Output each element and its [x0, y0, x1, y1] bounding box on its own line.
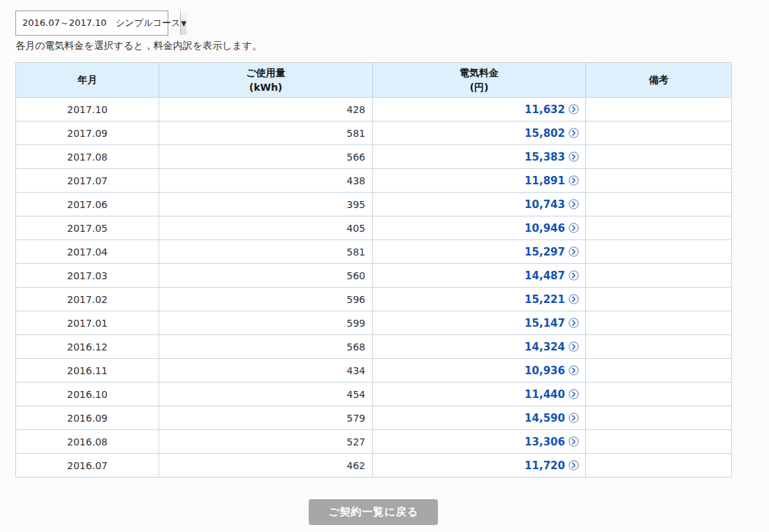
charge-link[interactable]: 11,440	[525, 388, 579, 401]
month-cell: 2016.09	[16, 406, 159, 430]
table-row: 2017.01 599 15,147	[16, 311, 732, 335]
circle-arrow-icon	[569, 318, 579, 328]
charge-link[interactable]: 11,891	[525, 175, 579, 187]
month-cell: 2016.08	[16, 430, 159, 454]
month-cell: 2016.10	[16, 383, 159, 406]
table-row: 2017.07 438 11,891	[16, 169, 732, 193]
charge-link[interactable]: 15,383	[525, 151, 579, 163]
table-row: 2017.08 566 15,383	[16, 145, 732, 169]
month-cell: 2017.09	[16, 121, 159, 145]
charge-link[interactable]: 10,946	[525, 222, 579, 235]
billing-page: 2016.07～2017.10 シンプルコース ▼ 各月の電気料金を選択すると，…	[0, 0, 716, 525]
charge-link[interactable]: 15,221	[525, 293, 579, 306]
month-cell: 2017.02	[16, 288, 159, 311]
month-cell: 2017.01	[16, 311, 159, 335]
remarks-cell	[586, 335, 732, 359]
usage-cell: 596	[159, 288, 373, 311]
charge-cell: 14,324	[373, 335, 586, 359]
charge-link[interactable]: 14,590	[525, 412, 579, 424]
charge-cell: 11,720	[373, 454, 586, 478]
charge-cell: 15,383	[373, 145, 586, 169]
circle-arrow-icon	[569, 246, 579, 257]
period-select[interactable]: 2016.07～2017.10 シンプルコース ▼	[15, 10, 168, 36]
charge-link[interactable]: 15,297	[525, 246, 579, 258]
chevron-down-icon[interactable]: ▼	[180, 11, 186, 35]
charge-cell: 14,590	[373, 406, 586, 430]
circle-arrow-icon	[569, 341, 579, 352]
charge-amount: 14,590	[525, 412, 565, 424]
remarks-cell	[586, 359, 732, 383]
charge-amount: 14,324	[525, 341, 565, 353]
month-cell: 2016.11	[16, 359, 159, 383]
usage-cell: 454	[159, 383, 373, 406]
table-row: 2017.09 581 15,802	[16, 121, 732, 145]
charge-link[interactable]: 13,306	[525, 436, 579, 448]
table-row: 2017.03 560 14,487	[16, 264, 732, 288]
table-row: 2016.10 454 11,440	[16, 383, 732, 406]
charge-cell: 15,297	[373, 240, 586, 264]
usage-cell: 428	[159, 98, 373, 121]
table-row: 2016.07 462 11,720	[16, 454, 732, 478]
usage-cell: 566	[159, 145, 373, 169]
circle-arrow-icon	[569, 294, 579, 304]
remarks-cell	[586, 264, 732, 288]
remarks-cell	[586, 98, 732, 121]
charge-amount: 15,147	[525, 317, 565, 330]
charge-amount: 14,487	[525, 269, 565, 282]
table-row: 2016.08 527 13,306	[16, 430, 732, 454]
charge-cell: 15,802	[373, 121, 586, 145]
table-row: 2017.10 428 11,632	[16, 98, 732, 121]
circle-arrow-icon	[569, 460, 579, 471]
remarks-cell	[586, 121, 732, 145]
charge-link[interactable]: 10,743	[525, 198, 579, 211]
charge-amount: 13,306	[525, 436, 565, 448]
period-select-value: 2016.07～2017.10 シンプルコース	[16, 11, 180, 35]
back-to-contract-list-button[interactable]: ご契約一覧に戻る	[309, 499, 438, 525]
usage-cell: 434	[159, 359, 373, 383]
remarks-cell	[586, 193, 732, 216]
charge-link[interactable]: 14,487	[525, 269, 579, 282]
usage-cell: 527	[159, 430, 373, 454]
charge-amount: 11,891	[525, 175, 565, 187]
usage-cell: 560	[159, 264, 373, 288]
circle-arrow-icon	[569, 413, 579, 423]
charge-amount: 10,936	[525, 364, 565, 377]
page-description: 各月の電気料金を選択すると，料金内訳を表示します。	[15, 40, 716, 52]
charge-amount: 11,632	[525, 103, 565, 116]
charge-link[interactable]: 10,936	[525, 364, 579, 377]
charge-link[interactable]: 15,802	[525, 127, 579, 140]
header-remarks: 備考	[586, 63, 732, 98]
month-cell: 2017.10	[16, 98, 159, 121]
remarks-cell	[586, 406, 732, 430]
usage-cell: 395	[159, 193, 373, 216]
table-row: 2017.06 395 10,743	[16, 193, 732, 216]
charge-amount: 10,946	[525, 222, 565, 235]
circle-arrow-icon	[569, 436, 579, 447]
usage-cell: 438	[159, 169, 373, 193]
table-row: 2017.04 581 15,297	[16, 240, 732, 264]
charge-link[interactable]: 15,147	[525, 317, 579, 330]
circle-arrow-icon	[569, 175, 579, 186]
month-cell: 2017.03	[16, 264, 159, 288]
charge-link[interactable]: 11,632	[525, 103, 579, 116]
charge-amount: 15,221	[525, 293, 565, 306]
charge-amount: 11,720	[525, 459, 565, 472]
month-cell: 2017.08	[16, 145, 159, 169]
table-row: 2016.11 434 10,936	[16, 359, 732, 383]
charge-link[interactable]: 11,720	[525, 459, 579, 472]
header-usage: ご使用量 (kWh)	[159, 63, 373, 98]
usage-cell: 581	[159, 240, 373, 264]
usage-cell: 405	[159, 216, 373, 240]
circle-arrow-icon	[569, 104, 579, 114]
table-header-row: 年月 ご使用量 (kWh) 電気料金 (円) 備考	[16, 63, 732, 98]
usage-cell: 581	[159, 121, 373, 145]
remarks-cell	[586, 288, 732, 311]
charge-cell: 14,487	[373, 264, 586, 288]
charge-amount: 15,297	[525, 246, 565, 258]
charge-link[interactable]: 14,324	[525, 341, 579, 353]
remarks-cell	[586, 383, 732, 406]
charge-cell: 11,891	[373, 169, 586, 193]
month-cell: 2017.07	[16, 169, 159, 193]
circle-arrow-icon	[569, 199, 579, 209]
table-row: 2016.09 579 14,590	[16, 406, 732, 430]
